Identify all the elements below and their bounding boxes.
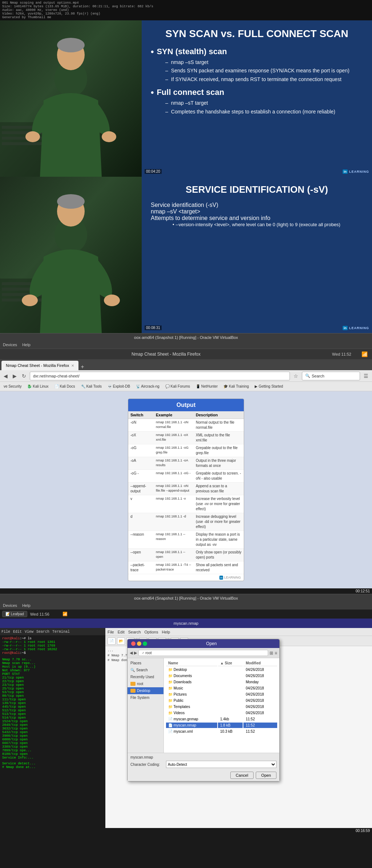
editor-menu-edit[interactable]: Edit [118,630,125,634]
file-modified: 04/26/2018 [243,667,277,672]
cs-switch: -oA [128,457,154,470]
cs-description: Increase debugging level (use -dd or mor… [194,513,244,531]
address-bar[interactable]: dxr.net/nmap-cheat-sheet/ [30,372,290,380]
menu-icon[interactable]: ☰ [362,372,370,380]
bookmark-kali-tools[interactable]: 🔧 Kali Tools [80,384,103,389]
new-file-button[interactable]: 📄 [108,637,116,645]
search-icon-sidebar: 🔍 [130,668,135,672]
bookmark-nethunter[interactable]: 📱 NetHunter [194,384,219,389]
file-type-icon: 📁 [168,705,173,709]
sidebar-search[interactable]: 🔍 Search [128,667,163,673]
editor-menu-options[interactable]: Options [145,630,158,634]
bottom-timestamp: 00:16:59 [0,828,372,833]
dialog-open-button[interactable]: Open [256,772,276,779]
dialog-file-row-3[interactable]: 📁 Music04/26/2018 [166,685,277,691]
dialog-file-row-6[interactable]: 📁 Templates04/26/2018 [166,704,277,709]
sidebar-root[interactable]: root [128,680,163,687]
bookmark-ve-security[interactable]: ve Security [2,384,23,389]
linkedin-badge-1: in LEARNING [343,169,369,174]
cs-example: nmap 192.168.1.1 -oX xml.file [154,432,194,444]
dialog-view-icon[interactable]: ⊞ [270,651,273,656]
slide1-sub1-2: Sends SYN packet and examines response (… [162,67,363,75]
taskbar-leafpad[interactable]: 📝 Leafpad [2,611,27,617]
dialog-file-row-2[interactable]: 📁 DownloadsMonday [166,679,277,685]
firefox-tab-main[interactable]: Nmap Cheat Sheet - Mozilla Firefox ✕ [1,361,78,370]
back-button[interactable]: ◀ [2,372,9,380]
vbox2-menu-devices[interactable]: Devices [3,603,17,608]
leafpad-title: myscan.nmap [3,621,369,625]
cs-description: Output in the three major formats at onc… [194,457,244,470]
bookmark-kali-docs[interactable]: 📄 Kali Docs [53,384,77,389]
terminal-menubar: File Edit View Search Terminal [0,628,105,635]
slide1-bullet2: Full connect scan [151,87,363,97]
vbox1-menu-devices[interactable]: Devices [3,343,17,347]
open-file-button[interactable]: 📂 [117,637,125,645]
dialog-file-row-5[interactable]: 📁 Public04/26/2018 [166,698,277,703]
bookmark-kali-training[interactable]: 🎓 Kali Training [222,384,250,389]
search-box[interactable]: 🔍 Search [302,372,360,380]
filename-label: myscan.nmap [130,755,163,759]
new-tab-button[interactable]: + [78,364,86,370]
cs-description: Normal output to the file normal.file [194,419,244,432]
bookmark-getting-started[interactable]: ▶ Getting Started [253,384,284,389]
sidebar-places[interactable]: Places [128,660,163,667]
dialog-cancel-button[interactable]: Cancel [230,772,254,779]
dialog-file-row-4[interactable]: 📁 Pictures04/26/2018 [166,692,277,697]
dialog-file-row-10[interactable]: 📄 myscan.xml10.3 kB11:52 [166,729,277,734]
terminal-port-3900: 3900/tcp open [2,734,103,738]
bookmark-kali-linux[interactable]: 🐉 Kali Linux [26,384,50,389]
terminal-menu-file[interactable]: File [1,630,10,634]
cheatsheet-content: Output Switch Example Description -oNnma… [0,391,372,588]
bookmark-aircrack[interactable]: 📡 Aircrack-ng [134,384,161,389]
file-modified: 04/26/2018 [243,704,277,709]
slide1-sub2-1-text: nmap –sT target [171,100,208,107]
editor-menu-help[interactable]: Help [162,630,170,634]
terminal-service-info: Service Info:... [2,756,103,760]
filetype-row: Character Coding: Auto-Detect [130,761,276,768]
sidebar-recently-used[interactable]: Recently Used [128,673,163,680]
cs-linkedin: in LEARNING [128,574,244,581]
cs-switch: d [128,513,154,531]
dialog-back-icon[interactable]: ◀ [130,651,133,655]
dialog-close-button[interactable] [131,641,136,646]
cs-switch: -oN [128,419,154,432]
dialog-file-row-8[interactable]: 📄 myscan.gnmap1.4kb11:52 [166,716,277,722]
dialog-file-row-0[interactable]: 📁 Desktop04/26/2018 [166,667,277,672]
dialog-file-row-1[interactable]: 📁 Documents04/26/2018 [166,673,277,679]
sidebar-filesystem[interactable]: File System [128,694,163,701]
terminal-menu-search[interactable]: Search [36,630,49,634]
terminal-menu-terminal[interactable]: Terminal [52,630,70,634]
terminal-nmap-ver: Nmap 7.70 sc... [2,658,103,661]
terminal-menu-view[interactable]: View [25,630,33,634]
dialog-list-icon[interactable]: ≡ [275,651,277,656]
dialog-title: Open [206,641,217,646]
vbox2-menu-help[interactable]: Help [22,603,31,608]
editor-area: File Edit Search Options Help 📄 📂 💾 ✂ 📋 … [105,628,372,828]
dialog-file-row-7[interactable]: 📁 Videos04/26/2018 [166,710,277,716]
file-type-icon: 📁 [168,668,173,672]
file-modified: 04/26/2018 [243,673,277,679]
dialog-forward-icon[interactable]: ▶ [134,651,137,655]
dialog-maximize-button[interactable] [143,641,147,646]
bookmark-exploit-db[interactable]: 💀 Exploit-DB [106,384,132,389]
vbox1-menu-help[interactable]: Help [22,343,31,347]
bookmark-kali-forums[interactable]: 💬 Kali Forums [164,384,191,389]
firefox-tab-close-icon[interactable]: ✕ [71,364,74,368]
dialog-titlebar: Open [128,639,279,648]
bookmarks-bar: ve Security 🐉 Kali Linux 📄 Kali Docs 🔧 K… [0,382,372,391]
forward-button[interactable]: ▶ [11,372,18,380]
editor-menu-search[interactable]: Search [128,630,141,634]
editor-menubar: File Edit Search Options Help [105,628,372,636]
dialog-minimize-button[interactable] [137,641,141,646]
editor-menu-file[interactable]: File [108,630,114,634]
slide1-bullet1: SYN (stealth) scan [151,47,363,57]
sidebar-desktop[interactable]: Desktop [128,687,163,694]
filetype-select[interactable]: Auto-Detect [166,761,276,768]
terminal-line-4: -rw-r--r-- 1 root root 10262 [2,648,103,651]
bookmark-star-icon[interactable]: ☆ [292,372,300,380]
terminal-menu-edit[interactable]: Edit [13,630,22,634]
terminal-port-3389: 3389/tcp open [2,745,103,749]
dialog-file-row-9[interactable]: 📄 myscan.nmap1.8 kB11:52 [166,723,277,728]
dialog-path[interactable]: ♂ root [138,650,268,656]
reload-button[interactable]: ↻ [20,372,28,380]
